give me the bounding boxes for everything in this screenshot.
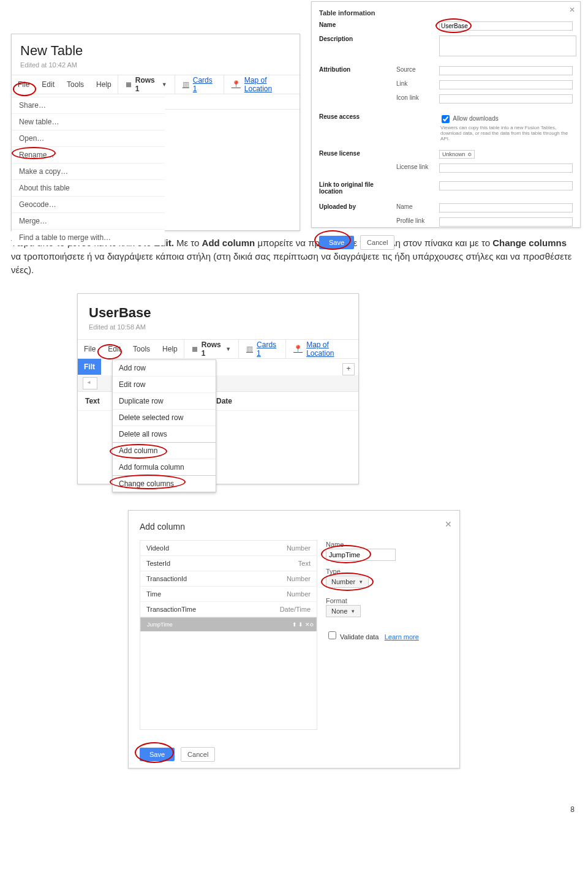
- allow-note: Viewers can copy this table into a new F…: [439, 125, 573, 141]
- edit-edit-row[interactable]: Edit row: [113, 377, 216, 393]
- page-number: 8: [0, 805, 588, 814]
- screenshot-add-column: ✕ Add column VideoIdNumber TesterIdText …: [128, 510, 460, 768]
- file-rename[interactable]: Rename: [12, 147, 165, 163]
- desc-label: Description: [312, 36, 396, 58]
- license-select[interactable]: Unknown: [439, 150, 475, 159]
- file-dropdown: Share New table Open Rename Make a copy …: [12, 97, 165, 246]
- menu-file[interactable]: File: [12, 75, 36, 94]
- edit-del-sel-row[interactable]: Delete selected row: [113, 410, 216, 426]
- table-title: UserBase: [78, 294, 358, 323]
- edited-label: Edited at 10:42 AM: [12, 61, 300, 75]
- tab-cards[interactable]: ▥ Cards 1: [238, 340, 285, 358]
- add-tab-button[interactable]: +: [342, 363, 355, 375]
- liclink-label: License link: [396, 163, 439, 173]
- col-row[interactable]: TransactionTimeDate/Time: [140, 602, 317, 617]
- menu-edit[interactable]: Edit: [36, 75, 61, 94]
- tab-rows-label: Rows 1: [202, 340, 222, 358]
- tab-cards[interactable]: ▥ Cards 1: [175, 75, 224, 94]
- link-label: Link: [396, 80, 439, 89]
- column-settings: Name Type Number▼ Format None▼ Validate …: [326, 540, 448, 641]
- tab-cards-label: Cards 1: [257, 340, 278, 358]
- cards-icon: ▥: [183, 80, 189, 89]
- tab-map-label: Map of Location: [244, 76, 292, 93]
- edit-add-column[interactable]: Add column: [113, 443, 216, 459]
- prev-page-button[interactable]: [83, 377, 97, 389]
- menu-tools[interactable]: Tools: [127, 340, 156, 358]
- name-input[interactable]: [439, 21, 573, 31]
- iconlink-input[interactable]: [439, 94, 573, 103]
- reuse-label: Reuse access: [312, 113, 396, 141]
- edit-change-columns[interactable]: Change columns: [113, 476, 216, 492]
- source-label: Source: [396, 66, 439, 75]
- tab-map[interactable]: 📍 Map of Location: [224, 75, 300, 94]
- edit-add-row[interactable]: Add row: [113, 360, 216, 377]
- col-row-selected[interactable]: JumpTime ⬆ ⬇ ✕: [140, 617, 317, 631]
- save-button[interactable]: Save: [140, 748, 175, 761]
- edit-dropdown: Add row Edit row Duplicate row Delete se…: [112, 359, 216, 492]
- menu-edit[interactable]: Edit: [102, 340, 127, 358]
- cards-icon: ▥: [246, 345, 253, 353]
- file-geocode[interactable]: Geocode: [12, 197, 165, 213]
- row-actions-icons: ⬆ ⬇ ✕: [292, 622, 310, 628]
- edit-dup-row[interactable]: Duplicate row: [113, 393, 216, 410]
- caret-icon: ▼: [225, 346, 231, 352]
- liclink-input[interactable]: [439, 163, 573, 173]
- pin-icon: 📍: [293, 345, 303, 353]
- tab-rows[interactable]: ≣ Rows 1 ▼: [118, 75, 175, 94]
- col-row[interactable]: VideoIdNumber: [140, 541, 317, 556]
- file-share[interactable]: Share: [12, 97, 165, 114]
- dialog-title: Add column: [140, 522, 448, 540]
- file-about[interactable]: About this table: [12, 180, 165, 197]
- col-row[interactable]: TransactionIdNumber: [140, 571, 317, 587]
- menu-file[interactable]: File: [78, 340, 102, 358]
- file-open[interactable]: Open: [12, 130, 165, 147]
- license-label: Reuse license: [312, 150, 396, 159]
- edit-del-all-rows[interactable]: Delete all rows: [113, 426, 216, 443]
- table-title: New Table: [12, 34, 300, 61]
- upl-link-input[interactable]: [439, 217, 573, 227]
- desc-input[interactable]: [439, 36, 576, 56]
- cancel-button[interactable]: Cancel: [181, 747, 215, 762]
- tab-rows-label: Rows 1: [135, 76, 158, 93]
- upl-name-input[interactable]: [439, 203, 573, 212]
- tab-rows[interactable]: ≣ Rows 1 ▼: [184, 340, 238, 358]
- link-input[interactable]: [439, 80, 573, 89]
- file-merge[interactable]: Merge: [12, 213, 165, 230]
- source-input[interactable]: [439, 66, 573, 75]
- allow-downloads-checkbox[interactable]: Allow downloads: [439, 113, 573, 125]
- menu-tools[interactable]: Tools: [61, 75, 90, 94]
- save-button[interactable]: Save: [319, 236, 354, 249]
- learn-more-link[interactable]: Learn more: [385, 633, 419, 641]
- filter-tab[interactable]: Filt: [78, 359, 101, 375]
- format-select[interactable]: None▼: [326, 605, 361, 617]
- name-label: Name: [326, 540, 448, 549]
- col-row[interactable]: TesterIdText: [140, 556, 317, 571]
- main-toolbar: File Edit Tools Help ≣ Rows 1 ▼ ▥ Cards …: [78, 339, 358, 359]
- allow-label: Allow downloads: [453, 115, 499, 122]
- type-select[interactable]: Number▼: [326, 576, 369, 588]
- tab-map[interactable]: 📍 Map of Location: [285, 340, 358, 358]
- caret-icon: ▼: [358, 579, 363, 585]
- iconlink-label: Icon link: [396, 94, 439, 103]
- tab-cards-label: Cards 1: [193, 76, 216, 93]
- file-new-table[interactable]: New table: [12, 114, 165, 130]
- rows-icon: ≣: [126, 80, 132, 89]
- caret-icon: ▼: [162, 81, 167, 88]
- screenshot-file-menu: New Table Edited at 10:42 AM File Edit T…: [11, 34, 300, 231]
- edit-add-formula[interactable]: Add formula column: [113, 459, 216, 476]
- tab-map-label: Map of Location: [306, 340, 351, 358]
- menu-help[interactable]: Help: [90, 75, 118, 94]
- origfile-input[interactable]: [439, 181, 573, 190]
- menu-help[interactable]: Help: [156, 340, 184, 358]
- file-make-copy[interactable]: Make a copy: [12, 163, 165, 180]
- col-row[interactable]: TimeNumber: [140, 587, 317, 602]
- caret-icon: ▼: [350, 609, 355, 614]
- close-icon[interactable]: ✕: [569, 6, 575, 14]
- screenshot-table-info: ✕ Table information Name Description Att…: [311, 1, 581, 228]
- columns-list: VideoIdNumber TesterIdText TransactionId…: [140, 540, 317, 730]
- name-input[interactable]: [326, 549, 396, 561]
- validate-checkbox[interactable]: Validate data: [326, 633, 379, 641]
- file-find-merge[interactable]: Find a table to merge with: [12, 230, 165, 246]
- cancel-button[interactable]: Cancel: [360, 235, 394, 250]
- rows-icon: ≣: [192, 345, 198, 353]
